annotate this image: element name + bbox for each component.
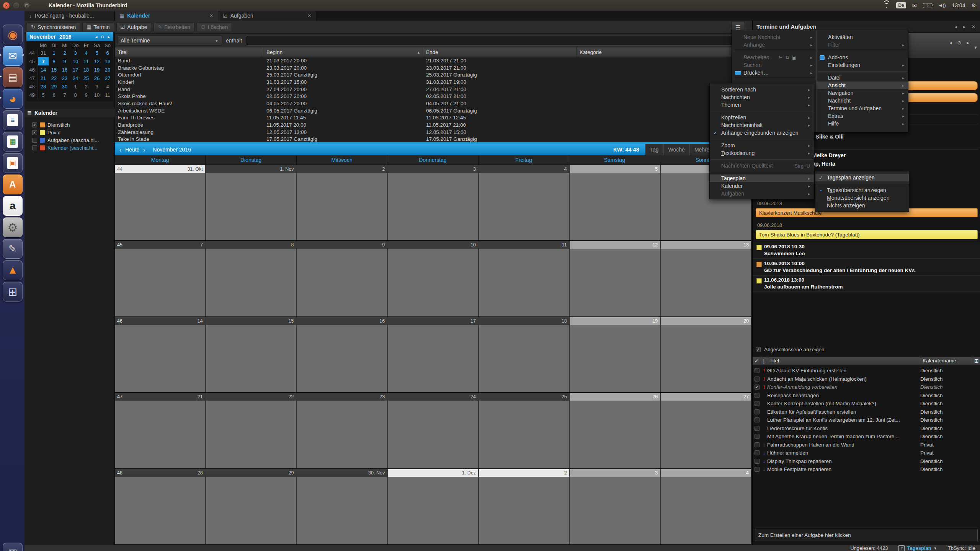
menu-item-add-ons[interactable]: Add-ons xyxy=(817,54,908,61)
event-row-fam-th-drewes[interactable]: Fam Th Drewes11.05.2017 11:4511.05.2017 … xyxy=(115,114,751,122)
system-settings-icon[interactable] xyxy=(3,217,23,237)
window-maximize-button[interactable]: ▢ xyxy=(23,2,30,9)
mini-day[interactable]: 9 xyxy=(81,91,91,99)
date-today-icon[interactable]: ⊙ xyxy=(957,40,962,46)
upcoming-event-row[interactable]: 11.06.2018 13:00Jolle aufbauen am Ruthen… xyxy=(753,276,980,292)
day-cell-body[interactable] xyxy=(661,477,751,544)
vlc-icon[interactable] xyxy=(3,260,23,280)
task-done-column-header[interactable]: ✓ xyxy=(753,357,761,365)
task-row-etiketten-für-apfelsaftflaschen-erstellen[interactable]: Etiketten für Apfelsaftflaschen erstelle… xyxy=(753,408,980,416)
mini-day[interactable]: 4 xyxy=(102,82,113,91)
mini-day[interactable]: 16 xyxy=(59,65,70,74)
aufgabe-button[interactable]: ☑Aufgabe xyxy=(116,22,152,32)
volume-icon[interactable]: ◄)) xyxy=(938,3,946,8)
software-center-icon[interactable] xyxy=(3,174,23,194)
day-cell-11[interactable]: 11 xyxy=(478,241,569,316)
day-cell-body[interactable] xyxy=(479,401,569,468)
date-next-icon[interactable]: ▸ xyxy=(967,40,969,46)
mini-day[interactable]: 7 xyxy=(59,91,70,99)
event-title-fragment[interactable]: ap, Herta xyxy=(812,161,835,167)
task-row-konfer-konzept-erstellen-mit-martin-michalek[interactable]: Konfer-Konzept erstellen (mit Martin Mic… xyxy=(753,399,980,408)
task-done-checkbox[interactable] xyxy=(755,417,760,422)
task-done-checkbox[interactable] xyxy=(755,467,760,472)
day-cell-body[interactable] xyxy=(570,401,660,468)
mini-day[interactable]: 30 xyxy=(59,82,70,91)
event-row-kinder[interactable]: Kinder!31.03.2017 15:0031.03.2017 19:00 xyxy=(115,78,751,86)
day-cell-10[interactable]: 10 xyxy=(387,241,478,316)
mini-day[interactable]: 8 xyxy=(49,57,59,65)
event-search-input[interactable] xyxy=(246,36,748,46)
day-cell-20[interactable]: 20 xyxy=(660,317,751,392)
task-priority-column-header[interactable]: ❘ xyxy=(761,357,767,365)
task-row-display-thinkpad-reparieren[interactable]: ↓Display Thinkpad reparierenDienstlich xyxy=(753,457,980,466)
tab-posteingang-heuballe[interactable]: ↓Posteingang - heuballe... xyxy=(24,11,115,21)
column-header-titel[interactable]: Titel xyxy=(115,47,263,57)
day-cell-9[interactable]: 9 xyxy=(296,241,387,316)
tab-kalender[interactable]: ▦Kalender✕ xyxy=(115,11,218,21)
mini-day[interactable]: 9 xyxy=(59,57,70,65)
menu-item-drucken[interactable]: Drucken…▸ xyxy=(732,69,816,77)
day-cell-3[interactable]: 3 xyxy=(387,165,478,240)
mini-day[interactable]: 10 xyxy=(91,91,102,99)
mini-day[interactable]: 2 xyxy=(59,49,70,57)
calendar-list-item-privat[interactable]: Privat xyxy=(24,129,115,136)
event-row-skois-probe[interactable]: Skois Probe02.05.2017 20:0002.05.2017 21… xyxy=(115,93,751,100)
day-cell-21[interactable]: 2147 xyxy=(115,393,205,468)
menu-item-tagesübersicht-anzeigen[interactable]: ●Tagesübersicht anzeigen xyxy=(815,186,909,194)
menu-item-nachrichteninhalt[interactable]: Nachrichteninhalt▸ xyxy=(710,121,814,129)
day-cell-body[interactable] xyxy=(479,325,569,392)
day-cell-body[interactable] xyxy=(115,173,205,240)
day-cell-body[interactable] xyxy=(115,477,205,544)
window-minimize-button[interactable]: – xyxy=(13,2,20,9)
column-header-ende[interactable]: Ende xyxy=(423,47,577,57)
day-cell-body[interactable] xyxy=(388,477,478,544)
mini-day[interactable]: 12 xyxy=(91,57,102,65)
event-row-arbeitsdienst-wsde[interactable]: Arbeitsdienst WSDE06.05.2017 Ganztägig06… xyxy=(115,107,751,114)
day-cell-body[interactable] xyxy=(570,249,660,316)
keyboard-layout-indicator[interactable]: De xyxy=(896,2,906,8)
menu-item-zoom[interactable]: Zoom▸ xyxy=(710,142,814,149)
mini-day[interactable]: 29 xyxy=(49,82,59,91)
day-cell-1-dez[interactable]: 1. Dez xyxy=(387,469,478,544)
upcoming-event-row[interactable]: 10.06.2018 10:00GD zur Verabschiedung de… xyxy=(753,259,980,276)
menu-item-kopfzeilen[interactable]: Kopfzeilen▸ xyxy=(710,114,814,121)
menu-item-textkodierung[interactable]: Textkodierung▸ xyxy=(710,149,814,157)
mini-day[interactable]: 24 xyxy=(70,74,81,82)
view-tab-woche[interactable]: Woche xyxy=(664,144,690,155)
menu-item-ansicht[interactable]: Ansicht▸ xyxy=(817,82,908,89)
calendar-list-header[interactable]: Kalender xyxy=(24,109,118,117)
mini-day[interactable]: 19 xyxy=(91,65,102,74)
tab-close-icon[interactable]: ✕ xyxy=(302,13,311,18)
file-manager-icon[interactable] xyxy=(3,67,23,87)
termin-button[interactable]: ▦Termin xyxy=(82,22,114,32)
task-done-checkbox[interactable] xyxy=(755,450,760,455)
day-cell-body[interactable] xyxy=(479,249,569,316)
day-cell-15[interactable]: 15 xyxy=(205,317,296,392)
mini-day-selected[interactable]: 7 xyxy=(38,57,49,65)
day-cell-18[interactable]: 18 xyxy=(478,317,569,392)
task-done-checkbox[interactable] xyxy=(755,409,760,414)
workspace-switcher-icon[interactable] xyxy=(3,282,23,302)
day-cell-body[interactable] xyxy=(479,477,569,544)
task-row-hühner-anmelden[interactable]: ↓Hühner anmeldenPrivat xyxy=(753,449,980,457)
menu-item-nachricht[interactable]: Nachricht▸ xyxy=(817,97,908,104)
event-row-teke-in-stade[interactable]: Teke in Stade17.05.2017 Ganztägig17.05.2… xyxy=(115,136,751,142)
mini-day[interactable]: 6 xyxy=(49,91,59,99)
day-cell-8[interactable]: 8 xyxy=(205,241,296,316)
show-completed-row[interactable]: Abgeschlossene anzeigen xyxy=(756,347,825,352)
task-row-mit-agnethe-krarup-neuen-termin-machen-zum-pastore[interactable]: Mit Agnethe Krarup neuen Termin machen z… xyxy=(753,432,980,441)
event-row-skois-rocken-das-haus[interactable]: Skois rocken das Haus!04.05.2017 20:0004… xyxy=(115,100,751,107)
task-row-liederbroschüre-für-konfis[interactable]: Liederbroschüre für KonfisDienstlich xyxy=(753,424,980,433)
menu-item-tagesplan[interactable]: Tagesplan▸ xyxy=(710,174,814,182)
event-title-fragment[interactable]: t Silke & Olli xyxy=(812,134,844,140)
mini-day[interactable]: 2 xyxy=(81,82,91,91)
mini-day[interactable]: 1 xyxy=(49,49,59,57)
day-cell-body[interactable] xyxy=(297,401,387,468)
mini-day[interactable]: 25 xyxy=(81,74,91,82)
event-filter-dropdown[interactable]: Alle Termine ▼ xyxy=(117,36,222,46)
menu-item-nichts-anzeigen[interactable]: Nichts anzeigen xyxy=(815,202,909,209)
mini-day[interactable]: 28 xyxy=(38,82,49,91)
mini-day[interactable]: 22 xyxy=(49,74,59,82)
menu-item-hilfe[interactable]: Hilfe▸ xyxy=(817,120,908,127)
menu-item-einstellungen[interactable]: Einstellungen▸ xyxy=(817,61,908,69)
